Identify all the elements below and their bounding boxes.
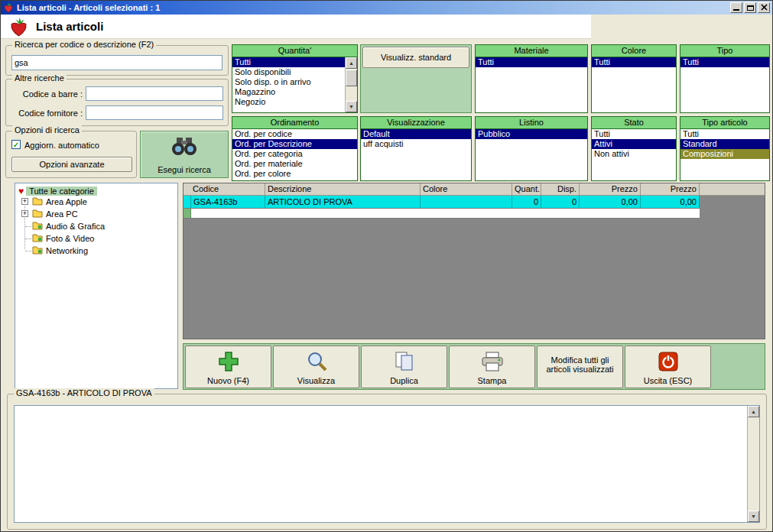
tree-item-label: Audio & Grafica — [46, 220, 105, 232]
list-item[interactable]: Pubblico — [476, 129, 587, 139]
filter-panel-visualizzazione: Visualizzazione Default uff acquisti — [360, 116, 472, 181]
auto-update-checkbox[interactable]: ✓ — [11, 140, 21, 149]
detail-text-area[interactable]: ▲ ▼ — [14, 405, 760, 523]
list-item[interactable]: Tutti — [592, 57, 676, 67]
minimize-button[interactable] — [730, 2, 742, 13]
header-banner: Lista articoli — [1, 15, 591, 39]
window-title: Lista articoli - Articoli selezionati : … — [17, 3, 729, 12]
cell-prezzo1: 0,00 — [580, 196, 641, 208]
scroll-up-icon[interactable]: ▲ — [748, 406, 759, 417]
list-item[interactable]: Solo disponibili — [232, 67, 345, 77]
advanced-options-button[interactable]: Opzioni avanzate — [11, 157, 132, 172]
other-search-label: Altre ricerche — [12, 73, 67, 83]
listino-list: Pubblico — [475, 129, 588, 181]
list-item[interactable]: Tutti — [680, 57, 769, 67]
column-header[interactable]: Descrizione — [265, 183, 421, 196]
maximize-icon — [747, 5, 754, 11]
list-item[interactable]: Ord. per categoria — [232, 149, 357, 159]
table-row-empty[interactable] — [184, 209, 700, 219]
tipo-articolo-list: Tutti Standard Composizioni — [680, 129, 770, 181]
list-item[interactable]: uff acquisti — [361, 139, 471, 149]
column-header[interactable]: Quant. — [512, 183, 541, 196]
detail-scrollbar[interactable]: ▲ ▼ — [747, 406, 759, 522]
expand-icon[interactable]: + — [21, 210, 28, 217]
ordinamento-list: Ord. per codice Ord. per Descrizione Ord… — [232, 129, 358, 181]
column-header[interactable]: Prezzo — [641, 183, 700, 196]
category-tree: ♥ Tutte le categorie + Area Apple + Area… — [15, 183, 178, 389]
filter-panel-colore: Colore Tutti — [591, 44, 677, 113]
scrollbar-thumb[interactable] — [346, 70, 357, 86]
scroll-down-icon[interactable]: ▼ — [346, 101, 357, 112]
magnifier-icon — [274, 349, 359, 374]
supplier-code-input[interactable] — [86, 105, 223, 120]
maximize-button[interactable] — [744, 2, 756, 13]
list-item[interactable]: Ord. per colore — [232, 169, 357, 179]
strawberry-logo-icon — [8, 17, 29, 37]
expand-icon[interactable]: + — [21, 198, 28, 205]
quantita-scrollbar[interactable]: ▲ ▼ — [345, 57, 357, 112]
tree-item-label: Networking — [46, 245, 88, 257]
tree-item[interactable]: Foto & Video — [15, 232, 177, 245]
folder-icon — [32, 209, 43, 218]
column-header[interactable]: Prezzo — [580, 183, 641, 196]
list-item[interactable]: Standard — [680, 139, 769, 149]
close-icon — [758, 3, 769, 12]
edit-all-button[interactable]: Modifica tutti gli articoli visualizzati — [537, 345, 623, 388]
tree-item[interactable]: + Area PC — [15, 208, 177, 220]
list-item[interactable]: Ord. per Descrizione — [232, 139, 357, 149]
column-header[interactable]: Disp. — [541, 183, 580, 196]
list-item[interactable]: Tutti — [680, 129, 769, 139]
search-group-label: Ricerca per codice o descrizione (F2) — [12, 40, 156, 49]
table-row-selected[interactable]: GSA-4163b ARTICOLO DI PROVA 0 0 0,00 0,0… — [184, 196, 700, 209]
stato-list: Tutti Attivi Non attivi — [591, 129, 677, 181]
filter-panel-ordinamento: Ordinamento Ord. per codice Ord. per Des… — [232, 116, 358, 181]
visualizz-panel: Visualizz. standard — [360, 44, 472, 113]
app-window: Lista articoli - Articoli selezionati : … — [0, 0, 773, 532]
visualizz-standard-button[interactable]: Visualizz. standard — [362, 47, 469, 68]
list-item[interactable]: Negozio — [232, 97, 345, 107]
title-bar[interactable]: Lista articoli - Articoli selezionati : … — [1, 1, 772, 15]
row-indicator — [184, 196, 191, 208]
execute-search-button[interactable]: Esegui ricerca — [140, 131, 229, 178]
row-indicator — [184, 209, 191, 218]
binoculars-icon — [141, 136, 228, 156]
column-header[interactable]: Codice — [184, 183, 265, 196]
list-item[interactable]: Tutti — [476, 57, 587, 67]
list-item[interactable]: Non attivi — [592, 149, 676, 159]
cell-prezzo2: 0,00 — [641, 196, 700, 208]
tipo-header: Tipo — [680, 44, 770, 57]
list-item[interactable]: Composizioni — [680, 149, 769, 159]
list-item[interactable]: Attivi — [592, 139, 676, 149]
heart-icon: ♥ — [18, 186, 24, 196]
view-button[interactable]: Visualizza — [273, 345, 359, 388]
print-button[interactable]: Stampa — [449, 345, 535, 388]
tree-item[interactable]: + Area Apple — [15, 196, 177, 208]
duplicate-button-label: Duplica — [362, 376, 447, 385]
check-icon: ✓ — [13, 141, 19, 149]
close-button[interactable] — [758, 2, 770, 13]
execute-search-label: Esegui ricerca — [141, 165, 228, 174]
column-header[interactable]: Colore — [421, 183, 512, 196]
folder-icon — [32, 222, 43, 230]
view-button-label: Visualizza — [274, 376, 359, 385]
list-item[interactable]: Magazzino — [232, 87, 345, 97]
list-item[interactable]: Default — [361, 129, 471, 139]
duplicate-button[interactable]: Duplica — [361, 345, 447, 388]
exit-button-label: Uscita (ESC) — [625, 376, 710, 385]
barcode-input[interactable] — [86, 86, 223, 101]
scroll-down-icon[interactable]: ▼ — [748, 511, 759, 522]
tree-connector — [25, 226, 31, 227]
cell-colore — [421, 196, 512, 208]
list-item[interactable]: Ord. per codice — [232, 129, 357, 139]
search-input[interactable] — [11, 55, 222, 70]
list-item[interactable]: Solo disp. o in arrivo — [232, 77, 345, 87]
new-button[interactable]: Nuovo (F4) — [185, 345, 271, 388]
exit-button[interactable]: Uscita (ESC) — [625, 345, 711, 388]
list-item[interactable]: Ord. per materiale — [232, 159, 357, 169]
tree-item[interactable]: Audio & Grafica — [15, 220, 177, 232]
tree-item[interactable]: Networking — [15, 245, 177, 257]
scroll-up-icon[interactable]: ▲ — [346, 57, 357, 69]
list-item[interactable]: Tutti — [232, 57, 345, 67]
list-item[interactable]: Tutti — [592, 129, 676, 139]
filter-panel-stato: Stato Tutti Attivi Non attivi — [591, 116, 677, 181]
